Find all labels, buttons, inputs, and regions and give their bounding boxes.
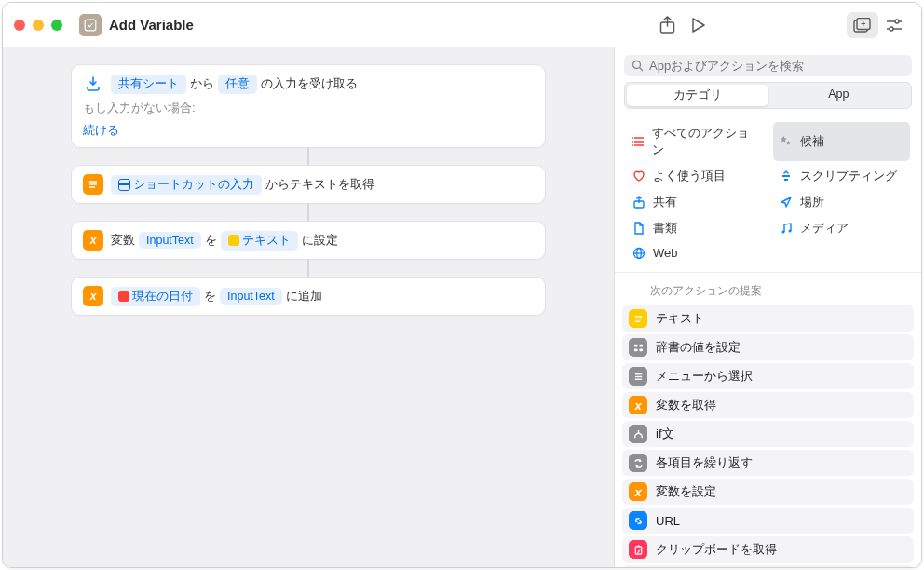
text: を [204, 288, 216, 305]
category-icon [632, 170, 646, 183]
action-item[interactable]: x変数を取得 [622, 392, 914, 418]
action-icon [629, 425, 647, 443]
search-input[interactable] [649, 59, 904, 73]
text: からテキストを取得 [265, 176, 374, 193]
action-item[interactable]: 各項目を繰り返す [622, 450, 914, 476]
action-item[interactable]: リストから選択 [622, 565, 914, 567]
action-icon [629, 309, 647, 328]
action-set-variable[interactable]: x 変数 InputText を テキスト に設定 [71, 221, 546, 260]
svg-point-6 [895, 20, 899, 23]
category-icon [632, 247, 646, 260]
category-item[interactable]: 場所 [773, 191, 911, 213]
search-field[interactable] [624, 55, 912, 76]
svg-rect-32 [639, 348, 643, 351]
action-icon: x [629, 482, 647, 501]
category-label: 候補 [800, 133, 824, 150]
category-item[interactable]: メディア [773, 217, 911, 239]
variable-icon: x [83, 286, 103, 306]
action-icon [629, 511, 647, 530]
category-icon [779, 135, 794, 148]
action-label: URL [656, 514, 680, 528]
library-segmented-control: カテゴリ App [624, 82, 912, 109]
category-icon [779, 222, 794, 235]
variable-icon: x [83, 230, 103, 251]
category-item[interactable]: Web [626, 243, 764, 263]
continue-option[interactable]: 続ける [83, 122, 119, 139]
action-item[interactable]: if文 [622, 421, 914, 447]
shortcut-input-token[interactable]: ショートカットの入力 [111, 175, 262, 195]
svg-text:+: + [861, 19, 865, 28]
minimize-window-button[interactable] [33, 20, 44, 31]
traffic-lights [14, 20, 62, 31]
category-label: 書類 [653, 220, 677, 237]
action-item[interactable]: x変数を設定 [622, 479, 914, 505]
action-item[interactable]: テキスト [622, 305, 914, 332]
run-button[interactable] [683, 11, 714, 39]
svg-rect-38 [635, 546, 641, 553]
zoom-window-button[interactable] [51, 20, 62, 31]
app-window: Add Variable + 共 [2, 2, 922, 568]
action-item[interactable]: メニューから選択 [622, 363, 914, 389]
connector [307, 204, 309, 221]
action-receive-input[interactable]: 共有シート から 任意 の入力を受け取る もし入力がない場合: 続ける [71, 64, 546, 148]
action-icon [629, 454, 647, 472]
text: に追加 [286, 288, 322, 305]
category-label: スクリプティング [800, 168, 897, 184]
action-library-sidebar: カテゴリ App すべてのアクション候補よく使う項目スクリプティング共有場所書類… [614, 48, 921, 567]
svg-text:x: x [633, 399, 642, 413]
connector [307, 260, 309, 277]
action-item[interactable]: 辞書の値を設定 [622, 334, 914, 360]
category-item[interactable]: すべてのアクション [626, 122, 764, 161]
svg-point-17 [632, 137, 633, 139]
inspector-toggle: + [847, 12, 910, 38]
svg-point-22 [788, 230, 791, 233]
any-token[interactable]: 任意 [218, 75, 257, 94]
action-label: メニューから選択 [656, 368, 753, 385]
text: 変数 [111, 232, 135, 249]
connector [307, 148, 309, 165]
value-token[interactable]: テキスト [221, 231, 298, 251]
shortcut-icon [79, 14, 102, 36]
category-icon [779, 170, 794, 183]
svg-rect-30 [639, 344, 643, 346]
text: に設定 [302, 232, 338, 249]
action-list: テキスト辞書の値を設定メニューから選択x変数を取得if文各項目を繰り返すx変数を… [622, 305, 914, 567]
category-item[interactable]: スクリプティング [773, 165, 911, 187]
action-item[interactable]: クリップボードを取得 [622, 536, 914, 563]
action-icon [629, 540, 647, 559]
category-item[interactable]: よく使う項目 [626, 165, 764, 187]
text: を [205, 232, 217, 249]
action-label: 変数を設定 [656, 483, 716, 500]
action-get-text[interactable]: ショートカットの入力 からテキストを取得 [71, 165, 546, 204]
action-add-to-variable[interactable]: x 現在の日付 を InputText に追加 [71, 277, 546, 316]
library-tab-button[interactable]: + [847, 12, 878, 38]
category-item[interactable]: 書類 [626, 217, 764, 239]
variable-name-token[interactable]: InputText [139, 232, 201, 249]
tab-app[interactable]: App [768, 85, 910, 106]
share-sheet-token[interactable]: 共有シート [111, 75, 186, 94]
category-label: Web [653, 246, 678, 260]
action-label: 辞書の値を設定 [656, 339, 741, 356]
workflow-editor[interactable]: 共有シート から 任意 の入力を受け取る もし入力がない場合: 続ける [3, 48, 614, 567]
current-date-token[interactable]: 現在の日付 [111, 287, 200, 306]
text-icon [83, 174, 103, 195]
category-item[interactable]: 候補 [773, 122, 911, 161]
action-label: クリップボードを取得 [656, 541, 777, 558]
settings-tab-button[interactable] [878, 12, 910, 38]
action-item[interactable]: URL [622, 508, 914, 534]
suggestions-panel: 次のアクションの提案 テキスト辞書の値を設定メニューから選択x変数を取得if文各… [615, 273, 921, 567]
category-label: よく使う項目 [653, 168, 726, 184]
variable-name-token[interactable]: InputText [220, 288, 282, 305]
action-icon [629, 338, 647, 357]
share-button[interactable] [651, 11, 683, 39]
svg-rect-0 [85, 20, 96, 31]
category-item[interactable]: 共有 [626, 191, 764, 213]
close-window-button[interactable] [14, 20, 25, 31]
tab-category[interactable]: カテゴリ [627, 85, 768, 106]
category-label: すべてのアクション [652, 125, 757, 158]
suggestions-header: 次のアクションの提案 [622, 280, 914, 305]
input-icon [83, 74, 103, 94]
titlebar: Add Variable + [3, 3, 921, 48]
search-icon [632, 60, 644, 72]
category-icon [632, 135, 645, 148]
